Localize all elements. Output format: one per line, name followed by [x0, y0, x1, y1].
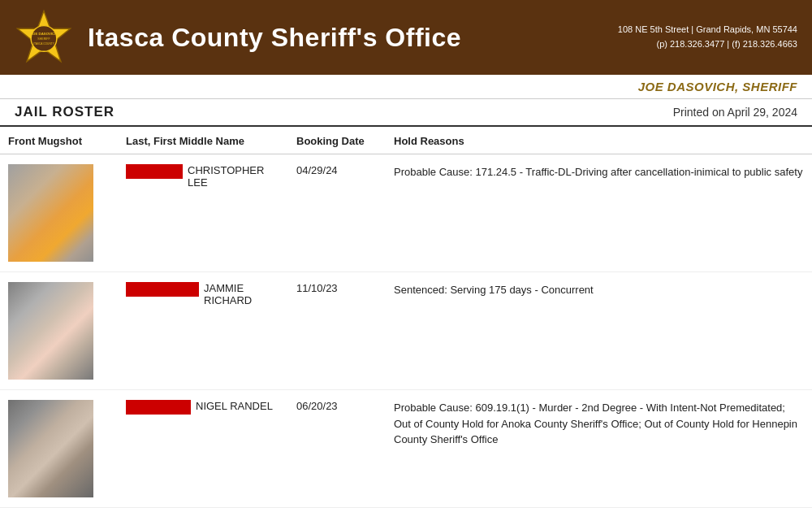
table-row: NIGEL RANDEL06/20/23Probable Cause: 609.… [0, 390, 812, 508]
name-cell: NIGEL RANDEL [118, 390, 288, 508]
svg-text:SHERIFF: SHERIFF [37, 37, 50, 41]
address-line2: (p) 218.326.3477 | (f) 218.326.4663 [618, 37, 797, 52]
hold-reason: Probable Cause: 171.24.5 - Traffic-DL-Dr… [386, 154, 812, 272]
hold-reason: Probable Cause: 609.19.1(1) - Murder - 2… [386, 390, 812, 508]
redacted-bar [126, 164, 183, 179]
sheriff-name: JOE DASOVICH, SHERIFF [638, 80, 797, 93]
col-header-date: Booking Date [288, 127, 386, 154]
roster-header: JAIL ROSTER Printed on April 29, 2024 [0, 99, 812, 127]
table-row: CHRISTOPHER LEE04/29/24Probable Cause: 1… [0, 154, 812, 272]
hold-reason: Sentenced: Serving 175 days - Concurrent [386, 272, 812, 390]
redacted-bar [126, 400, 191, 415]
table-header-row: Front Mugshot Last, First Middle Name Bo… [0, 127, 812, 154]
col-header-hold: Hold Reasons [386, 127, 812, 154]
table-row: JAMMIE RICHARD11/10/23Sentenced: Serving… [0, 272, 812, 390]
mugshot-cell [0, 390, 118, 508]
col-header-name: Last, First Middle Name [118, 127, 288, 154]
page-title: Itasca County Sheriff's Office [88, 23, 618, 53]
mugshot-image [8, 164, 93, 262]
col-header-mugshot: Front Mugshot [0, 127, 118, 154]
printed-date: Printed on April 29, 2024 [673, 106, 797, 119]
name-cell: JAMMIE RICHARD [118, 272, 288, 390]
inmate-name: NIGEL RANDEL [196, 400, 273, 412]
booking-date: 11/10/23 [288, 272, 386, 390]
svg-text:ITASCA COUNTY: ITASCA COUNTY [33, 42, 55, 46]
booking-date: 04/29/24 [288, 154, 386, 272]
svg-text:JOE DASOVICH: JOE DASOVICH [31, 32, 58, 36]
inmate-table: Front Mugshot Last, First Middle Name Bo… [0, 127, 812, 508]
mugshot-image [8, 282, 93, 380]
header-address: 108 NE 5th Street | Grand Rapids, MN 557… [618, 23, 797, 51]
mugshot-cell [0, 154, 118, 272]
booking-date: 06/20/23 [288, 390, 386, 508]
mugshot-image [8, 400, 93, 497]
sheriff-badge-icon: JOE DASOVICH SHERIFF ITASCA COUNTY [15, 8, 73, 67]
address-line1: 108 NE 5th Street | Grand Rapids, MN 557… [618, 23, 797, 37]
inmate-name: CHRISTOPHER LEE [188, 164, 280, 189]
sheriff-name-bar: JOE DASOVICH, SHERIFF [0, 75, 812, 99]
mugshot-cell [0, 272, 118, 390]
inmate-name: JAMMIE RICHARD [204, 282, 280, 306]
header-top: JOE DASOVICH SHERIFF ITASCA COUNTY Itasc… [0, 0, 812, 75]
name-cell: CHRISTOPHER LEE [118, 154, 288, 272]
roster-label: JAIL ROSTER [15, 104, 114, 120]
redacted-bar [126, 282, 199, 297]
